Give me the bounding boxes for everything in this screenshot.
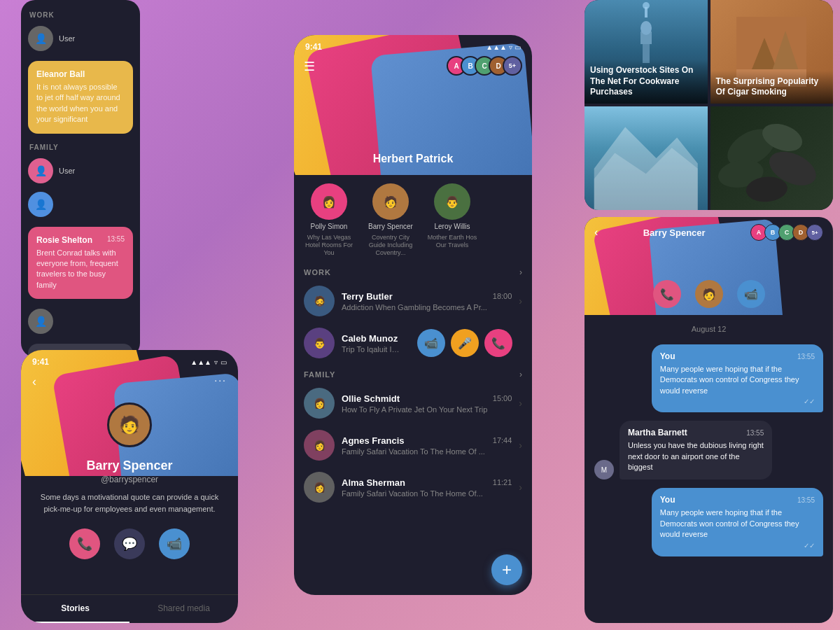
msg-preview-caleb: Trip To Iqaluit In Nu... — [342, 345, 400, 354]
story-leroy[interactable]: 👨 Leroy Willis Mother Earth Hos Our Trav… — [424, 183, 480, 256]
family-chat-item-1[interactable]: 👤 User — [21, 154, 140, 188]
bubble-text-martha: Unless you have the dubious living right… — [628, 440, 764, 472]
profile-tabs: Stories Shared media — [21, 594, 238, 623]
msg-row-agnes[interactable]: 👩 Agnes Francis 17:44 Family Safari Vaca… — [294, 424, 532, 466]
bubble-sent-2: You 13:55 Many people were hoping that i… — [652, 488, 823, 556]
news-card-ice[interactable] — [584, 106, 708, 210]
chat-contact-name: Barry Spencer — [643, 227, 706, 238]
chat-bubble-sent-1: You 13:55 Many people were hoping that i… — [594, 344, 823, 412]
chat-call-button[interactable]: 📞 — [653, 280, 681, 308]
tab-shared-media[interactable]: Shared media — [130, 595, 238, 623]
msg-preview-alma: Family Safari Vacation To The Home Of... — [342, 489, 512, 498]
bubble-time-martha: 13:55 — [746, 429, 764, 437]
work-chat-item-1[interactable]: 👤 User — [21, 22, 140, 55]
msg-name-agnes: Agnes Francis — [342, 435, 405, 446]
call-button[interactable]: 📞 — [69, 528, 100, 559]
family-chat-item-3[interactable]: 👤 — [21, 304, 140, 338]
notif-text-rosie: Brent Conrad talks with everyone from, f… — [36, 248, 125, 291]
news-img-leaves — [710, 106, 834, 210]
family-section-arrow[interactable]: › — [519, 370, 522, 379]
msg-time-agnes: 17:44 — [493, 436, 512, 444]
bubble-sent-1: You 13:55 Many people were hoping that i… — [652, 344, 823, 412]
avatar-martha: M — [594, 460, 614, 479]
msg-row-terry[interactable]: 🧔 Terry Butler 18:00 Addiction When Gamb… — [294, 280, 532, 322]
svg-point-4 — [643, 2, 650, 9]
notif-card-rosie[interactable]: Rosie Shelton 13:55 Brent Conrad talks w… — [28, 227, 133, 300]
avatar-alma: 👩 — [304, 472, 335, 503]
chat-action-icons: 📞 🧑 📹 — [584, 280, 833, 308]
avatar-family-3: 👤 — [28, 309, 53, 334]
main-battery-icon: ▭ — [514, 43, 521, 51]
bubble-sender-sent-2: You — [660, 495, 676, 505]
profile-status-bar: 9:41 ▲▲▲ ▿ ▭ — [21, 357, 238, 367]
chat-conversation-panel: ‹ Barry Spencer A B C D 5+ 📞 🧑 📹 August … — [584, 217, 833, 623]
story-polly[interactable]: 👩 Polly Simon Why Las Vegas Hotel Rooms … — [301, 183, 357, 256]
msg-name-ollie: Ollie Schmidt — [342, 393, 400, 404]
profile-nav: ‹ ··· — [21, 374, 238, 389]
bubble-ticks-sent-1: ✓✓ — [660, 398, 815, 405]
avatar-group: A B C D 5+ — [447, 56, 522, 76]
profile-actions: 📞 💬 📹 — [35, 528, 224, 559]
msg-arrow-agnes: › — [519, 440, 522, 451]
story-subtitle-barry: Coventry City Guide Including Coventry..… — [363, 234, 419, 256]
caleb-call-btn[interactable]: 📞 — [484, 329, 512, 357]
family-chat-item-2[interactable]: 👤 — [21, 188, 140, 221]
msg-top-alma: Alma Sherman 11:21 — [342, 477, 512, 488]
msg-name-terry: Terry Butler — [342, 291, 393, 302]
msg-row-alma[interactable]: 👩 Alma Sherman 11:21 Family Safari Vacat… — [294, 466, 532, 508]
news-card-cookware[interactable]: Using Overstock Sites On The Net For Coo… — [584, 0, 708, 104]
avatar-agnes: 👩 — [304, 430, 335, 461]
msg-arrow-ollie: › — [519, 398, 522, 409]
notif-time-rosie: 13:55 — [107, 235, 125, 243]
msg-name-alma: Alma Sherman — [342, 477, 405, 488]
chat-date: August 12 — [594, 325, 823, 333]
msg-arrow-terry: › — [519, 295, 522, 307]
msg-top-agnes: Agnes Francis 17:44 — [342, 435, 512, 446]
caleb-video-btn[interactable]: 📹 — [417, 329, 445, 357]
chat-bubble-sent-2: You 13:55 Many people were hoping that i… — [594, 488, 823, 556]
bubble-time-sent-1: 13:55 — [797, 353, 815, 360]
msg-info-agnes: Agnes Francis 17:44 Family Safari Vacati… — [342, 435, 512, 456]
msg-time-ollie: 15:00 — [493, 394, 512, 402]
fab-compose-button[interactable]: + — [491, 554, 522, 585]
work-section-label: WORK — [21, 7, 140, 22]
main-wifi-icon: ▿ — [509, 43, 512, 51]
profile-avatar: 🧑 — [107, 402, 152, 447]
main-time: 9:41 — [305, 42, 322, 52]
tab-stories[interactable]: Stories — [21, 595, 130, 623]
notif-card-eleanor[interactable]: Eleanor Ball It is not always possible t… — [28, 61, 133, 134]
ice-illustration — [584, 106, 708, 210]
msg-preview-terry: Addiction When Gambling Becomes A Pr... — [342, 303, 512, 312]
news-panel: Using Overstock Sites On The Net For Coo… — [584, 0, 833, 210]
more-button[interactable]: ··· — [214, 374, 227, 389]
wifi-icon: ▿ — [214, 358, 218, 366]
story-barry[interactable]: 🧑 Barry Spencer Coventry City Guide Incl… — [363, 183, 419, 256]
news-card-cigar[interactable]: The Surprising Popularity Of Cigar Smoki… — [710, 0, 834, 104]
chat-avatar-more: 5+ — [806, 224, 823, 241]
bubble-sender-sent-1: You — [660, 351, 676, 361]
msg-row-caleb[interactable]: 👨 Caleb Munoz Trip To Iqaluit In Nu... 📹… — [294, 322, 532, 364]
news-card-leaves[interactable] — [710, 106, 834, 210]
chat-list-panel: WORK 👤 User Eleanor Ball It is not alway… — [21, 0, 140, 357]
notif-name-eleanor: Eleanor Ball — [36, 69, 125, 79]
work-section-arrow[interactable]: › — [519, 267, 522, 277]
message-button[interactable]: 💬 — [114, 528, 145, 559]
main-header: 9:41 ▲▲▲ ▿ ▭ ☰ A B C D 5+ Herbert Patric… — [294, 35, 532, 175]
video-button[interactable]: 📹 — [159, 528, 190, 559]
back-button[interactable]: ‹ — [32, 374, 36, 389]
bubble-text-sent-2: Many people were hoping that if the Demo… — [660, 507, 815, 540]
chat-video-button[interactable]: 📹 — [737, 280, 765, 308]
msg-arrow-alma: › — [519, 482, 522, 493]
caleb-mic-btn[interactable]: 🎤 — [451, 329, 479, 357]
family-chat-name-1: User — [59, 167, 75, 175]
chat-profile-avatar: 🧑 — [695, 280, 723, 308]
profile-signal-icons: ▲▲▲ ▿ ▭ — [190, 357, 227, 367]
msg-row-ollie[interactable]: 👩 Ollie Schmidt 15:00 How To Fly A Priva… — [294, 382, 532, 424]
profile-time: 9:41 — [32, 357, 49, 367]
profile-content: Barry Spencer @barryspencer Some days a … — [21, 458, 238, 573]
bubble-text-sent-1: Many people were hoping that if the Demo… — [660, 364, 815, 396]
chat-back-button[interactable]: ‹ — [594, 226, 598, 239]
story-name-leroy: Leroy Willis — [434, 223, 470, 231]
menu-button[interactable]: ☰ — [304, 59, 315, 74]
profile-panel: 9:41 ▲▲▲ ▿ ▭ ‹ ··· 🧑 Barry Spencer @barr… — [21, 350, 238, 623]
